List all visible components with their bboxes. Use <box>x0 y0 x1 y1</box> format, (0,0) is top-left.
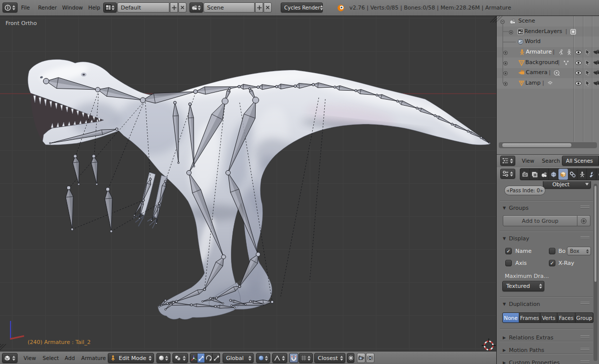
opengl-render-image-button[interactable] <box>357 353 365 363</box>
expand-icon[interactable] <box>503 71 508 76</box>
panel-header-custom-properties[interactable]: ▶ Custom Properties <box>503 358 559 364</box>
tab-object[interactable] <box>558 169 568 180</box>
dup-option-none[interactable]: None <box>502 312 519 323</box>
expand-icon[interactable] <box>509 30 513 35</box>
draw-type-dropdown[interactable]: Textured <box>502 281 544 291</box>
falloff-dropdown[interactable] <box>272 353 287 363</box>
delete-layout-button[interactable] <box>178 3 186 13</box>
snap-element-dropdown[interactable] <box>299 353 313 363</box>
checkbox-name[interactable]: ✓ <box>505 248 512 254</box>
checkbox-axis[interactable] <box>505 260 512 266</box>
checkbox-bounds[interactable] <box>549 248 555 254</box>
menu-select[interactable]: Select <box>42 355 60 361</box>
viewport-shading-dropdown[interactable] <box>156 353 170 363</box>
editor-type-properties-button[interactable] <box>500 169 515 179</box>
outliner-horizontal-scrollbar[interactable] <box>499 142 597 148</box>
outliner-menu-view[interactable]: View <box>521 158 535 164</box>
viewport-3d[interactable]: Front Ortho (240) Armature : Tail_2 <box>0 16 496 351</box>
pivot-point-dropdown[interactable] <box>172 353 188 363</box>
dup-option-frames[interactable]: Frames <box>519 312 540 323</box>
outliner-row-background[interactable]: Background | <box>497 58 599 68</box>
editor-type-outliner-button[interactable] <box>500 156 515 166</box>
renderability-camera-icon[interactable] <box>592 49 599 56</box>
visibility-eye-icon[interactable] <box>575 49 582 56</box>
panel-header-groups[interactable]: ▼ Groups <box>503 204 528 212</box>
properties-context-dropdown[interactable]: Object <box>543 181 591 189</box>
add-to-group-button[interactable]: Add to Group <box>503 215 577 226</box>
menu-render[interactable]: Render <box>37 5 58 11</box>
panel-grip-icon[interactable] <box>580 302 589 305</box>
panel-header-display[interactable]: ▼ Display <box>503 234 529 242</box>
outliner-row-scene[interactable]: Scene <box>497 16 599 27</box>
outliner-display-mode-dropdown[interactable]: All Scenes <box>562 156 599 166</box>
panel-grip-icon[interactable] <box>580 335 589 339</box>
add-layout-button[interactable] <box>170 3 178 13</box>
dup-option-verts[interactable]: Verts <box>540 312 557 323</box>
tab-constraints[interactable] <box>568 169 577 180</box>
editor-type-3dview-button[interactable] <box>2 353 18 363</box>
expand-icon[interactable] <box>503 51 508 55</box>
area-corner-widget[interactable] <box>489 16 496 23</box>
increment-arrow-icon[interactable]: ▶ <box>541 189 543 193</box>
manipulator-scale-button[interactable] <box>213 353 220 363</box>
manipulator-toggle-button[interactable] <box>190 353 197 363</box>
checkbox-xray[interactable]: ✓ <box>549 260 555 266</box>
tab-scene[interactable] <box>539 169 549 180</box>
bounds-type-dropdown[interactable]: Box <box>567 247 591 255</box>
outliner-row-lamp[interactable]: Lamp | <box>497 78 599 89</box>
expand-icon[interactable] <box>503 82 508 86</box>
renderability-camera-icon[interactable] <box>592 70 599 76</box>
editor-type-info-button[interactable] <box>3 3 18 13</box>
expand-icon[interactable] <box>503 61 508 66</box>
renderability-camera-icon[interactable] <box>592 80 599 87</box>
panel-grip-icon[interactable] <box>580 348 589 351</box>
tab-physics[interactable] <box>596 169 599 180</box>
dup-option-group[interactable]: Group <box>575 312 593 323</box>
selectability-cursor-icon[interactable] <box>584 49 591 56</box>
menu-file[interactable]: File <box>20 5 31 11</box>
renderability-camera-icon[interactable] <box>592 60 599 66</box>
outliner-row-world[interactable]: World <box>497 37 599 47</box>
menu-armature[interactable]: Armature <box>80 355 107 361</box>
panel-header-motion-paths[interactable]: ▶ Motion Paths <box>503 346 544 354</box>
outliner-row-armature[interactable]: Armature | <box>497 47 599 58</box>
screen-layout-field[interactable]: Default <box>117 3 169 13</box>
scene-field[interactable]: Scene <box>204 3 255 13</box>
outliner-row-camera[interactable]: Camera | <box>497 68 599 78</box>
renderlayer-toggle-icon[interactable] <box>570 29 576 35</box>
selectability-cursor-icon[interactable] <box>584 80 591 87</box>
snap-target-dropdown[interactable]: Closest <box>314 353 345 363</box>
pass-index-field[interactable]: ◀ Pass Inde: 0 ▶ <box>504 186 545 195</box>
tab-modifiers[interactable] <box>587 169 596 180</box>
visibility-eye-icon[interactable] <box>575 70 582 76</box>
add-group-plus-button[interactable] <box>577 215 590 226</box>
tab-render[interactable] <box>520 169 530 180</box>
panel-header-duplication[interactable]: ▼ Duplication <box>503 300 540 308</box>
menu-add[interactable]: Add <box>64 355 76 361</box>
opengl-render-anim-button[interactable] <box>366 353 374 363</box>
tab-render-layers[interactable] <box>530 169 539 180</box>
scene-selector-icon-button[interactable] <box>189 3 203 13</box>
panel-grip-icon[interactable] <box>580 206 589 209</box>
menu-help[interactable]: Help <box>87 5 101 11</box>
collapse-icon[interactable] <box>500 20 505 24</box>
tab-world[interactable] <box>549 169 558 180</box>
visibility-eye-icon[interactable] <box>575 60 582 66</box>
selectability-cursor-icon[interactable] <box>584 70 591 76</box>
proportional-edit-dropdown[interactable] <box>256 353 270 363</box>
delete-scene-button[interactable] <box>264 3 272 13</box>
manipulator-rotate-button[interactable] <box>205 353 213 363</box>
add-scene-button[interactable] <box>255 3 263 13</box>
visibility-eye-icon[interactable] <box>575 80 582 87</box>
snap-align-rotation-button[interactable] <box>347 353 354 363</box>
selectability-cursor-icon[interactable] <box>584 60 591 66</box>
area-corner-widget[interactable] <box>0 344 7 351</box>
decrement-arrow-icon[interactable]: ◀ <box>506 189 509 193</box>
panel-grip-icon[interactable] <box>580 360 589 364</box>
dup-option-faces[interactable]: Faces <box>557 312 575 323</box>
properties-vertical-scrollbar[interactable] <box>593 184 597 361</box>
menu-window[interactable]: Window <box>61 5 84 11</box>
panel-grip-icon[interactable] <box>580 236 589 240</box>
tab-object-data[interactable] <box>577 169 587 180</box>
orientation-dropdown[interactable]: Global <box>223 353 254 363</box>
